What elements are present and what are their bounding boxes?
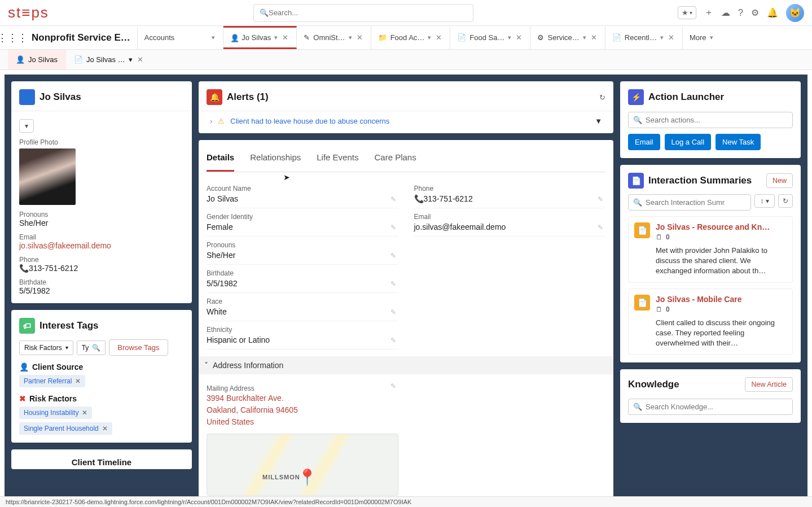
knowledge-search[interactable]: 🔍 (628, 399, 793, 415)
tab-food-ac[interactable]: 📁 Food Ac… ▾ ✕ (371, 26, 451, 49)
remove-icon[interactable]: ✕ (75, 377, 81, 385)
document-icon: 📄 (612, 33, 621, 42)
global-search-input[interactable] (269, 8, 467, 17)
close-icon[interactable]: ✕ (137, 55, 143, 64)
notifications-bell-icon[interactable]: 🔔 (767, 7, 778, 18)
chevron-down-icon[interactable]: ▾ (508, 34, 511, 41)
summary-title[interactable]: Jo Silvas - Mobile Care (656, 295, 787, 304)
knowledge-search-input[interactable] (646, 403, 788, 411)
edit-pencil-icon[interactable]: ✎ (598, 224, 603, 231)
summary-title[interactable]: Jo Silvas - Resource and Kn… (656, 222, 787, 231)
profile-photo[interactable] (19, 148, 76, 205)
chevron-down-icon[interactable]: ▾ (274, 34, 278, 41)
expand-icon[interactable]: ▼ (595, 117, 602, 125)
edit-pencil-icon[interactable]: ✎ (390, 195, 396, 203)
action-search-input[interactable] (646, 116, 788, 124)
field-account-name: Account Name Jo Silvas ✎ (207, 180, 398, 208)
address-link[interactable]: 3994 Burckhalter Ave. Oakland, Californi… (207, 392, 398, 428)
global-search[interactable]: 🔍 (253, 4, 473, 22)
new-task-button[interactable]: New Task (716, 134, 761, 150)
close-icon[interactable]: ✕ (591, 33, 597, 42)
app-launcher-icon[interactable]: ⋮⋮⋮ (0, 26, 25, 49)
action-launcher-card: ⚡ Action Launcher 🔍 Email Log a Call New… (620, 81, 801, 158)
refresh-icon[interactable]: ↻ (599, 93, 605, 102)
email-button[interactable]: Email (628, 134, 660, 150)
new-article-button[interactable]: New Article (745, 377, 793, 392)
setup-gear-icon[interactable]: ⚙ (751, 7, 759, 18)
remove-icon[interactable]: ✕ (82, 409, 87, 417)
remove-icon[interactable]: ✕ (102, 425, 108, 432)
favorites-button[interactable]: ★ ▾ (678, 6, 696, 19)
phone-value[interactable]: 📞313-751-6212 (19, 264, 184, 273)
summary-item[interactable]: 📄 Jo Silvas - Resource and Kn… 🗒 0 Met w… (628, 216, 793, 283)
new-summary-button[interactable]: New (766, 173, 793, 188)
chevron-down-icon[interactable]: ▾ (583, 34, 586, 41)
add-icon[interactable]: ＋ (704, 7, 713, 19)
field-value: 5/5/1982 (207, 279, 398, 288)
close-icon[interactable]: ✕ (516, 33, 522, 42)
tab-details[interactable]: Details (207, 148, 234, 172)
tag-filter-select[interactable]: Risk Factors ▾ (19, 340, 73, 355)
summary-item[interactable]: 📄 Jo Silvas - Mobile Care 🗒 0 Client cal… (628, 289, 793, 355)
tab-jo-silvas[interactable]: 👤 Jo Silvas ▾ ✕ (223, 26, 297, 49)
edit-pencil-icon[interactable]: ✎ (390, 382, 396, 390)
edit-pencil-icon[interactable]: ✎ (390, 308, 396, 316)
email-link[interactable]: jo.silvas@fakeemail.demo (19, 241, 184, 250)
address-map[interactable]: MILLSMON 📍 (207, 434, 398, 496)
chevron-down-icon[interactable]: ▾ (428, 34, 431, 41)
chevron-down-icon[interactable]: ▾ (349, 34, 352, 41)
chevron-down-icon[interactable]: ▾ (129, 55, 133, 64)
profile-actions-dropdown[interactable]: ▾ (19, 119, 34, 133)
tab-food-sa[interactable]: 📄 Food Sa… ▾ ✕ (450, 26, 530, 49)
summaries-search[interactable]: 🔍 (628, 194, 751, 211)
action-search[interactable]: 🔍 (628, 112, 793, 128)
summary-snippet: Client called to discuss their ongoing c… (656, 318, 787, 349)
close-icon[interactable]: ✕ (282, 33, 288, 42)
tab-omnist[interactable]: ✎ OmniSt… ▾ ✕ (297, 26, 371, 49)
gear-icon: ⚙ (537, 33, 544, 42)
tag-chip[interactable]: Partner Referral✕ (19, 375, 85, 387)
close-icon[interactable]: ✕ (357, 33, 363, 42)
field-value-link[interactable]: jo.silvas@fakeemail.demo (414, 222, 606, 231)
sort-button[interactable]: ↕ ▾ (754, 194, 775, 208)
document-icon: 📄 (628, 173, 644, 189)
risk-icon: ✖ (19, 394, 26, 403)
trailhead-icon[interactable]: ☁ (721, 7, 730, 18)
log-call-button[interactable]: Log a Call (665, 134, 712, 150)
edit-pencil-icon[interactable]: ✎ (390, 280, 396, 288)
status-bar: https://brianricte-230217-506-demo.light… (0, 496, 812, 507)
tab-care-plans[interactable]: Care Plans (374, 148, 416, 172)
subtab-jo-silvas-2[interactable]: 📄 Jo Silvas … ▾ ✕ (66, 50, 152, 69)
client-timeline-header: Client Timeline (19, 457, 184, 467)
field-value[interactable]: 📞313-751-6212 (414, 194, 606, 203)
tag-chip[interactable]: Single Parent Household✕ (19, 422, 112, 435)
chip-text: Single Parent Household (24, 425, 99, 432)
alert-item[interactable]: › ⚠ Client had to leave house due to abu… (207, 111, 605, 131)
refresh-icon[interactable]: ↻ (778, 194, 793, 208)
subtab-jo-silvas[interactable]: 👤 Jo Silvas (8, 50, 66, 69)
tag-chip[interactable]: Housing Instability✕ (19, 407, 92, 419)
edit-pencil-icon[interactable]: ✎ (390, 252, 396, 260)
chevron-down-icon[interactable]: ▾ (212, 34, 215, 41)
tab-service[interactable]: ⚙ Service… ▾ ✕ (530, 26, 605, 49)
tab-life-events[interactable]: Life Events (317, 148, 358, 172)
close-icon[interactable]: ✕ (436, 33, 442, 42)
field-label: Email (414, 213, 606, 221)
more-tabs[interactable]: More ▾ (683, 26, 721, 49)
user-avatar[interactable]: 🐱 (786, 4, 804, 22)
chevron-right-icon[interactable]: › (210, 117, 212, 125)
tag-search[interactable]: Ty 🔍 (77, 340, 106, 355)
edit-pencil-icon[interactable]: ✎ (390, 224, 396, 231)
summaries-search-input[interactable] (646, 198, 746, 207)
edit-pencil-icon[interactable]: ✎ (598, 195, 603, 203)
chevron-down-icon[interactable]: ▾ (660, 34, 664, 41)
browse-tags-button[interactable]: Browse Tags (109, 339, 168, 356)
help-icon[interactable]: ? (738, 8, 743, 18)
status-url: https://brianricte-230217-506-demo.light… (6, 499, 411, 505)
tab-relationships[interactable]: Relationships (250, 148, 301, 172)
edit-pencil-icon[interactable]: ✎ (390, 336, 396, 344)
address-section-header[interactable]: ˅ Address Information (199, 356, 613, 374)
tab-recent[interactable]: 📄 Recentl… ▾ ✕ (605, 26, 683, 49)
tab-accounts[interactable]: Accounts ▾ (138, 26, 223, 49)
close-icon[interactable]: ✕ (668, 33, 674, 42)
